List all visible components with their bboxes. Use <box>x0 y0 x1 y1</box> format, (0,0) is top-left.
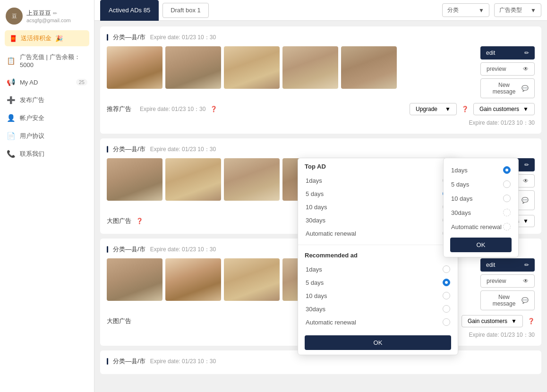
dropdown-rec-10days[interactable]: 10 days <box>305 289 451 302</box>
publish-label: 发布广告 <box>20 96 44 104</box>
gain-button-1[interactable]: Gain customers ▼ <box>473 103 535 115</box>
help-icon-gain-1[interactable]: ❓ <box>462 106 469 112</box>
filter-category[interactable]: 分类 ▼ <box>442 3 489 17</box>
email-label: acsgfg@gmail.com <box>26 17 88 23</box>
contact-icon: 📞 <box>7 150 15 158</box>
dropdown-option-30days[interactable]: 30days <box>305 213 451 227</box>
security-icon: 👤 <box>7 114 15 122</box>
recommended-ad-title: Recommended ad <box>305 252 451 259</box>
gain-option-30days[interactable]: 30days <box>450 205 512 220</box>
ad-card-1: 分类—县/市 Expire date: 01/23 10：30 edit ✏ <box>100 26 541 134</box>
ad-thumb-2-2 <box>165 158 221 201</box>
ad-card-1-category: 分类—县/市 <box>113 33 145 42</box>
dropdown-rec-30days[interactable]: 30days <box>305 302 451 315</box>
ad-card-4-expire: Expire date: 01/23 10：30 <box>150 358 216 366</box>
dropdown-rec-1days[interactable]: 1days <box>305 263 451 276</box>
my-ad-badge: 25 <box>76 79 87 85</box>
preview-button-3[interactable]: preview 👁 <box>480 274 535 288</box>
gain-radio-auto <box>503 223 511 230</box>
message-icon-3: 💬 <box>521 297 529 304</box>
dropdown-option-1days[interactable]: 1days <box>305 174 451 187</box>
edit-pen-icon-2: ✏ <box>524 162 529 168</box>
upgrade-button-1[interactable]: Upgrade ▼ <box>410 103 457 115</box>
sidebar-item-agreement[interactable]: 📄 用户协议 <box>0 127 94 145</box>
gain-option-5days[interactable]: 5 days <box>450 177 512 191</box>
dropdown-rec-5days[interactable]: 5 days <box>305 276 451 289</box>
ad-thumb-2 <box>165 46 221 89</box>
ad-card-3-actions: edit ✏ preview 👁 New message 💬 <box>480 258 535 310</box>
sidebar-item-ad-credit[interactable]: 📋 广告充值 | 广告余额：5000 <box>0 48 94 73</box>
dropdown-rec-auto[interactable]: Automatic renewal <box>305 315 451 329</box>
tab-draft-box[interactable]: Draft box 1 <box>162 3 209 18</box>
dropdown-ok-button[interactable]: OK <box>305 335 451 350</box>
tab-actived-ads[interactable]: Actived ADs 85 <box>100 0 159 21</box>
message-button-1[interactable]: New message 💬 <box>480 78 535 98</box>
my-ad-label: My AD <box>20 79 38 86</box>
message-icon-1: 💬 <box>521 85 529 92</box>
gain-radio-30days <box>503 209 511 216</box>
message-button-3[interactable]: New message 💬 <box>480 290 535 310</box>
sidebar-item-publish[interactable]: ➕ 发布广告 <box>0 91 94 109</box>
edit-button-3[interactable]: edit ✏ <box>480 258 535 272</box>
help-icon-2[interactable]: ❓ <box>136 218 143 224</box>
rec-radio-30days <box>443 305 450 313</box>
help-icon-gain-3[interactable]: ❓ <box>528 318 535 324</box>
ad-card-1-actions: edit ✏ preview 👁 New message 💬 <box>480 46 535 98</box>
gain-button-3[interactable]: Gain customers ▼ <box>462 315 523 327</box>
ad-type-1-expire: Expire date: 01/23 10：30 <box>140 105 205 113</box>
ad-type-3-label: 大图广告 <box>107 317 131 325</box>
help-icon-1[interactable]: ❓ <box>210 106 217 112</box>
ad-card-1-images <box>107 46 476 98</box>
ad-card-1-body: edit ✏ preview 👁 New message 💬 <box>107 46 535 98</box>
dropdown-option-auto-renewal[interactable]: Automatic renewal <box>305 227 451 240</box>
gain-ok-button[interactable]: OK <box>450 238 512 252</box>
agreement-label: 用户协议 <box>20 132 44 140</box>
ad-thumb-1 <box>107 46 162 89</box>
message-icon-2: 💬 <box>521 197 529 204</box>
sidebar-nav: 🧧 送活得积金 🎉 📋 广告充值 | 广告余额：5000 📢 My AD 25 … <box>0 28 94 392</box>
contact-label: 联系我们 <box>20 150 44 158</box>
dropdown-section-top-ad: Top AD 1days 5 days 10 days 30days <box>298 158 458 243</box>
ad-thumb-3-2 <box>165 258 221 301</box>
publish-icon: ➕ <box>7 96 15 104</box>
dropdown-divider-1 <box>298 245 458 245</box>
ad-card-1-expire: Expire date: 01/23 10：30 <box>150 34 216 42</box>
rec-radio-auto <box>443 318 450 326</box>
dropdown-option-10days[interactable]: 10 days <box>305 200 451 213</box>
gain-option-1days[interactable]: 1days <box>450 163 512 177</box>
ad-card-1-footer: 推荐广告 Expire date: 01/23 10：30 ❓ Upgrade … <box>107 103 535 115</box>
edit-button-1[interactable]: edit ✏ <box>480 46 535 60</box>
preview-button-1[interactable]: preview 👁 <box>480 62 535 76</box>
sidebar-item-security[interactable]: 👤 帐户安全 <box>0 109 94 127</box>
sidebar-item-reward[interactable]: 🧧 送活得积金 🎉 <box>5 30 89 46</box>
agreement-icon: 📄 <box>7 132 15 140</box>
gain-chevron-icon: ▼ <box>523 106 529 112</box>
ad-card-2-category: 分类—县/市 <box>113 145 145 153</box>
ad-thumb-2-1 <box>107 158 162 201</box>
eye-icon-3: 👁 <box>523 278 529 284</box>
filter-ad-type[interactable]: 广告类型 ▼ <box>494 3 541 17</box>
gain-option-10days[interactable]: 10 days <box>450 191 512 205</box>
edit-pen-icon-3: ✏ <box>524 262 529 268</box>
reward-label: 送活得积金 <box>21 34 51 43</box>
avatar: 豆 <box>6 8 23 25</box>
category-bar-icon <box>107 34 108 41</box>
ad-card-4-header: 分类—县/市 Expire date: 01/23 10：30 <box>107 357 535 366</box>
ad-thumb-3-3 <box>224 258 280 301</box>
security-label: 帐户安全 <box>20 114 44 122</box>
tabs-filters: 分类 ▼ 广告类型 ▼ <box>442 3 541 17</box>
sidebar-item-contact[interactable]: 📞 联系我们 <box>0 145 94 163</box>
edit-pen-icon: ✏ <box>524 50 529 56</box>
gain-radio-10days <box>503 195 511 202</box>
eye-icon-1: 👁 <box>523 66 529 72</box>
reward-icon: 🧧 <box>9 35 17 42</box>
gain-option-auto[interactable]: Automatic renewal <box>450 220 512 234</box>
ad-card-1-header: 分类—县/市 Expire date: 01/23 10：30 <box>107 33 535 42</box>
edit-profile-icon[interactable]: ✏ <box>53 10 57 17</box>
tabs-bar: Actived ADs 85 Draft box 1 分类 ▼ 广告类型 ▼ <box>94 0 547 21</box>
sidebar: 豆 上豆豆豆 ✏ acsgfg@gmail.com 🧧 送活得积金 🎉 📋 广告… <box>0 0 94 392</box>
gain-chevron-icon-3: ▼ <box>511 318 517 324</box>
dropdown-option-5days[interactable]: 5 days <box>305 187 451 200</box>
ad-type-2-label: 大图广告 <box>107 217 131 225</box>
sidebar-item-my-ad[interactable]: 📢 My AD 25 <box>0 73 94 91</box>
